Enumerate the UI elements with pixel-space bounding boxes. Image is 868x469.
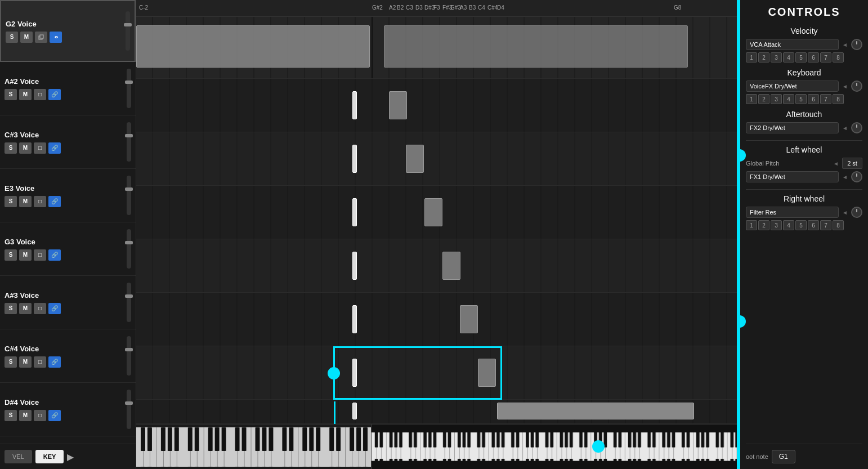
global-pitch-arrow[interactable]: ◄ <box>832 159 840 168</box>
key-num-4[interactable]: 4 <box>783 94 794 104</box>
mute-button[interactable]: M <box>19 142 32 154</box>
copy-button[interactable]: □ <box>34 249 46 261</box>
fader[interactable] <box>127 176 131 215</box>
note-block <box>352 252 357 280</box>
rw-num-4[interactable]: 4 <box>783 220 794 230</box>
fader[interactable] <box>126 11 130 51</box>
vel-num-7[interactable]: 7 <box>820 52 831 62</box>
left-wheel-arrow-left[interactable]: ◄ <box>841 173 849 181</box>
link-button[interactable]: 🔗 <box>48 303 61 314</box>
key-num-3[interactable]: 3 <box>771 94 782 104</box>
vel-num-4[interactable]: 4 <box>783 52 794 62</box>
mute-button[interactable]: M <box>19 303 32 314</box>
velocity-dropdown[interactable]: VCA Attack <box>746 39 839 50</box>
copy-button[interactable]: □ <box>34 410 46 421</box>
velocity-arrow-left[interactable]: ◄ <box>841 41 849 49</box>
fader[interactable] <box>127 229 131 269</box>
solo-button[interactable]: S <box>5 249 17 261</box>
piano-left[interactable] <box>136 425 372 469</box>
piano-right[interactable] <box>372 425 737 469</box>
track-buttons: S M □ 🔗 <box>5 303 124 314</box>
right-wheel-knob[interactable] <box>851 207 862 218</box>
solo-button[interactable]: S <box>5 356 17 368</box>
solo-button[interactable]: S <box>5 142 17 154</box>
vel-num-6[interactable]: 6 <box>808 52 819 62</box>
fader[interactable] <box>127 69 131 108</box>
copy-button[interactable]: □ <box>34 356 46 368</box>
keyboard-knob[interactable] <box>851 81 862 92</box>
link-button[interactable]: 🔗 <box>48 89 61 100</box>
fader[interactable] <box>127 122 131 162</box>
velocity-knob[interactable] <box>851 39 862 50</box>
link-button[interactable]: 🔗 <box>48 249 61 261</box>
rw-num-8[interactable]: 8 <box>833 220 844 230</box>
rw-num-1[interactable]: 1 <box>746 220 757 230</box>
note-label-c4sharp: C#4 <box>487 5 498 11</box>
link-button[interactable]: 🔗 <box>48 356 61 368</box>
link-button[interactable]: 🔗 <box>48 410 61 421</box>
vel-num-8[interactable]: 8 <box>833 52 844 62</box>
vel-num-2[interactable]: 2 <box>758 52 769 62</box>
copy-button[interactable] <box>35 32 47 43</box>
track-item: G2 Voice S M <box>0 0 136 62</box>
left-wheel-control-row: FX1 Dry/Wet ◄ <box>746 171 862 182</box>
mute-button[interactable]: M <box>19 196 32 207</box>
piano-roll[interactable]: C-2 G#2 A2 B2 C3 D3 D#3 F3 F#3 G#3 A3 B3… <box>136 0 737 424</box>
link-button[interactable]: 🔗 <box>48 142 61 154</box>
solo-button[interactable]: S <box>5 303 17 314</box>
left-wheel-dropdown[interactable]: FX1 Dry/Wet <box>746 171 839 182</box>
mute-button[interactable]: M <box>20 32 33 43</box>
key-num-6[interactable]: 6 <box>808 94 819 104</box>
link-button[interactable]: 🔗 <box>48 196 61 207</box>
fader[interactable] <box>127 336 131 376</box>
key-num-2[interactable]: 2 <box>758 94 769 104</box>
link-button[interactable] <box>50 32 62 43</box>
aftertouch-arrow-left[interactable]: ◄ <box>841 124 849 132</box>
controls-panel: CONTROLS Velocity VCA Attack ◄ 1 2 3 4 5… <box>739 0 868 469</box>
key-num-1[interactable]: 1 <box>746 94 757 104</box>
rw-num-2[interactable]: 2 <box>758 220 769 230</box>
rw-num-6[interactable]: 6 <box>808 220 819 230</box>
rw-num-5[interactable]: 5 <box>795 220 807 230</box>
keyboard-arrow-left[interactable]: ◄ <box>841 82 849 91</box>
solo-button[interactable]: S <box>6 32 18 43</box>
left-wheel-title: Left wheel <box>746 145 862 154</box>
track-item: A#3 Voice S M □ 🔗 <box>0 276 136 329</box>
copy-button[interactable]: □ <box>34 196 46 207</box>
track-item: D#4 Voice S M □ 🔗 <box>0 383 136 436</box>
track-info: E3 Voice S M □ 🔗 <box>5 184 124 207</box>
aftertouch-dropdown[interactable]: FX2 Dry/Wet <box>746 122 839 133</box>
keyboard-dropdown[interactable]: VoiceFX Dry/Wet <box>746 81 839 92</box>
solo-button[interactable]: S <box>5 89 17 100</box>
copy-button[interactable]: □ <box>34 303 46 314</box>
vel-num-1[interactable]: 1 <box>746 52 757 62</box>
aftertouch-knob[interactable] <box>851 122 862 133</box>
mute-button[interactable]: M <box>19 249 32 261</box>
rw-num-3[interactable]: 3 <box>771 220 782 230</box>
key-num-5[interactable]: 5 <box>795 94 807 104</box>
right-wheel-dropdown[interactable]: Filter Res <box>746 207 839 218</box>
mute-button[interactable]: M <box>19 356 32 368</box>
note-block-g2-main <box>136 25 370 68</box>
fader[interactable] <box>127 283 131 322</box>
left-wheel-knob[interactable] <box>851 171 862 182</box>
key-num-7[interactable]: 7 <box>820 94 831 104</box>
vel-tab-button[interactable]: VEL <box>5 450 32 463</box>
vel-num-3[interactable]: 3 <box>771 52 782 62</box>
copy-button[interactable]: □ <box>34 89 46 100</box>
key-tab-button[interactable]: KEY <box>35 450 64 463</box>
track-item: C#3 Voice S M □ 🔗 <box>0 115 136 169</box>
play-button[interactable]: ▶ <box>67 452 74 462</box>
track-name: C#3 Voice <box>5 131 124 139</box>
vel-num-5[interactable]: 5 <box>795 52 807 62</box>
mute-button[interactable]: M <box>19 410 32 421</box>
right-wheel-arrow-left[interactable]: ◄ <box>841 208 849 217</box>
copy-button[interactable]: □ <box>34 142 46 154</box>
rw-num-7[interactable]: 7 <box>820 220 831 230</box>
solo-button[interactable]: S <box>5 196 17 207</box>
solo-button[interactable]: S <box>5 410 17 421</box>
mute-button[interactable]: M <box>19 89 32 100</box>
key-num-8[interactable]: 8 <box>833 94 844 104</box>
fader[interactable] <box>127 390 131 429</box>
left-panel: G2 Voice S M A#2 Voice <box>0 0 136 469</box>
